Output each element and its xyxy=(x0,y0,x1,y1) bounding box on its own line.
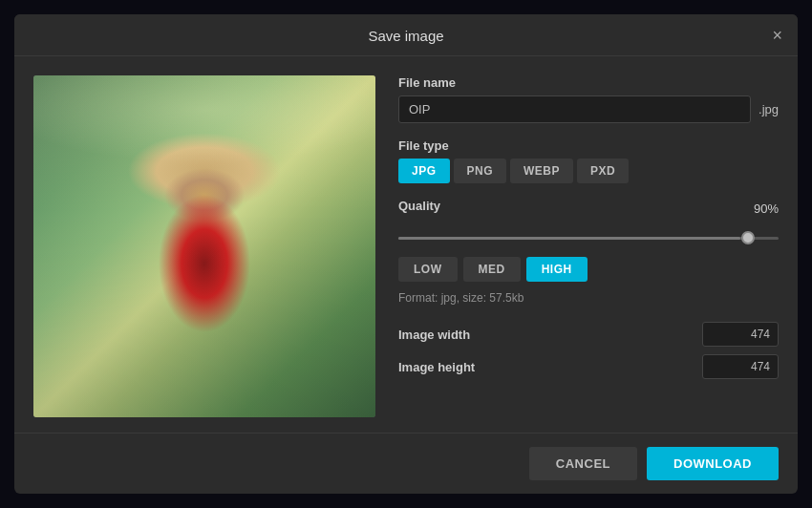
filetype-webp-button[interactable]: WEBP xyxy=(510,159,573,183)
footer-divider xyxy=(14,433,798,434)
dialog-body: File name .jpg File type JPG PNG WEBP PX… xyxy=(14,56,798,433)
settings-panel: File name .jpg File type JPG PNG WEBP PX… xyxy=(398,75,779,417)
close-button[interactable]: × xyxy=(772,27,782,44)
filetype-buttons: JPG PNG WEBP PXD xyxy=(398,159,779,183)
download-button[interactable]: DOWNLOAD xyxy=(647,447,779,480)
quality-section: Quality 90% LOW MED HIGH Format: jpg, si… xyxy=(398,199,779,305)
quality-med-button[interactable]: MED xyxy=(463,257,521,282)
image-preview xyxy=(33,75,375,417)
format-info: Format: jpg, size: 57.5kb xyxy=(398,291,779,305)
filetype-section: File type JPG PNG WEBP PXD xyxy=(398,138,779,183)
width-label: Image width xyxy=(398,328,470,342)
image-placeholder-graphic xyxy=(33,75,375,417)
cancel-button[interactable]: CANCEL xyxy=(529,447,637,480)
width-input[interactable] xyxy=(702,322,779,347)
quality-presets: LOW MED HIGH xyxy=(398,257,779,282)
width-row: Image width xyxy=(398,322,779,347)
quality-value: 90% xyxy=(754,201,779,216)
filetype-label: File type xyxy=(398,138,779,153)
quality-high-button[interactable]: HIGH xyxy=(526,257,588,282)
quality-track xyxy=(398,237,779,240)
quality-slider-container[interactable] xyxy=(398,228,779,247)
quality-label: Quality xyxy=(398,199,440,213)
dialog-footer: CANCEL DOWNLOAD xyxy=(14,437,798,494)
quality-fill xyxy=(398,237,740,240)
dimensions-section: Image width Image height xyxy=(398,320,779,379)
save-image-dialog: Save image × File name .jpg File type JP… xyxy=(14,14,798,494)
quality-header: Quality 90% xyxy=(398,199,779,219)
dialog-header: Save image × xyxy=(14,14,798,56)
height-label: Image height xyxy=(398,360,475,374)
filetype-png-button[interactable]: PNG xyxy=(454,159,507,183)
filename-label: File name xyxy=(398,75,779,90)
quality-thumb[interactable] xyxy=(741,231,755,244)
filetype-jpg-button[interactable]: JPG xyxy=(398,159,450,183)
filename-input[interactable] xyxy=(398,95,751,123)
filename-section: File name .jpg xyxy=(398,75,779,123)
height-row: Image height xyxy=(398,354,779,379)
filetype-pxd-button[interactable]: PXD xyxy=(577,159,629,183)
filename-row: .jpg xyxy=(398,95,779,123)
height-input[interactable] xyxy=(702,354,779,379)
file-extension: .jpg xyxy=(759,102,779,116)
quality-low-button[interactable]: LOW xyxy=(398,257,458,282)
dialog-title: Save image xyxy=(368,28,443,44)
